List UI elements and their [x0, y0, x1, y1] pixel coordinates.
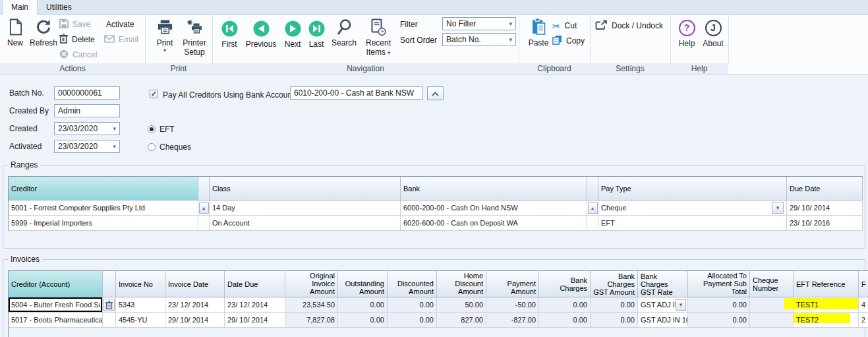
- previous-button[interactable]: Previous: [243, 19, 279, 49]
- invoices-cell-date-due[interactable]: 23/ 12/ 2014: [225, 297, 285, 313]
- invoices-header-payment[interactable]: Payment Amount: [486, 271, 539, 297]
- ranges-cell-class[interactable]: On Account: [210, 216, 401, 231]
- invoices-cell-cheque[interactable]: [750, 297, 794, 313]
- invoices-header-outstanding[interactable]: Outstanding Amount: [338, 271, 388, 297]
- bank-account-expand-button[interactable]: [427, 86, 444, 100]
- search-button[interactable]: Search: [330, 18, 359, 47]
- invoices-cell-home-discount[interactable]: 50.00: [437, 297, 486, 313]
- new-button[interactable]: New: [3, 18, 28, 47]
- invoices-header-home-discount[interactable]: Home Discount Amount: [437, 271, 486, 297]
- invoices-header-invoice-date[interactable]: Invoice Date: [165, 271, 225, 297]
- ranges-header-class[interactable]: Class: [210, 177, 401, 200]
- save-button[interactable]: Save: [59, 18, 90, 31]
- invoices-header-allocated[interactable]: Amount Allocated To Payment Sub Total: [688, 271, 750, 297]
- invoices-header-creditor[interactable]: Creditor (Account): [9, 271, 103, 297]
- ranges-cell-bank[interactable]: 6000-200-00 - Cash On Hand NSW: [401, 200, 587, 216]
- paste-button[interactable]: Paste: [525, 18, 552, 47]
- invoices-header-original[interactable]: Original Invoice Amount: [285, 271, 338, 297]
- invoices-cell-creditor[interactable]: 5017 - Boots Pharmaceutical: [9, 313, 103, 328]
- last-button[interactable]: Last: [305, 19, 328, 49]
- tab-utilities[interactable]: Utilities: [38, 0, 80, 15]
- help-button[interactable]: ? Help: [674, 18, 699, 48]
- invoices-cell-bc-gst-rate[interactable]: GST ADJ IN ▾: [638, 297, 688, 313]
- invoices-header-date-due[interactable]: Date Due: [225, 271, 285, 297]
- invoices-cell-invoice-no[interactable]: 5343: [116, 297, 165, 313]
- pay-type-dropdown-button[interactable]: ▾: [772, 202, 784, 214]
- filter-dropdown[interactable]: No Filter ▾: [442, 17, 516, 30]
- invoices-cell-date-due[interactable]: 29/ 10/ 2014: [225, 313, 285, 328]
- pay-all-creditors-checkbox[interactable]: ✓: [150, 90, 158, 98]
- invoices-cell-cheque[interactable]: [750, 313, 794, 328]
- copy-button[interactable]: Copy: [552, 34, 585, 47]
- cut-button[interactable]: ✂ Cut: [552, 19, 577, 32]
- invoices-cell-bank-charges[interactable]: 0.00: [539, 313, 591, 328]
- invoices-cell-invoice-date[interactable]: 29/ 10/ 2014: [165, 313, 225, 328]
- recent-items-button[interactable]: Recent Items ▾: [361, 18, 395, 57]
- invoices-cell-bc-gst-rate[interactable]: GST ADJ IN 10: [638, 313, 688, 328]
- invoices-header-eft-reference[interactable]: EFT Reference: [794, 271, 859, 297]
- cheques-radio[interactable]: [148, 143, 156, 151]
- invoices-cell-original[interactable]: 23,534.50: [285, 297, 338, 313]
- invoices-cell-home-discount[interactable]: 827.00: [437, 313, 486, 328]
- invoices-header-cheque[interactable]: Cheque Number: [750, 271, 794, 297]
- ranges-header-creditor[interactable]: Creditor: [9, 177, 198, 200]
- dock-undock-button[interactable]: Dock / Undock: [595, 19, 663, 32]
- tab-main[interactable]: Main: [2, 0, 38, 15]
- created-by-field[interactable]: Admin: [54, 104, 120, 117]
- invoices-cell-creditor[interactable]: 5004 - Bulter Fresh Food Sup: [9, 297, 103, 313]
- invoices-cell-eft-reference[interactable]: TEST1: [794, 297, 859, 313]
- delete-button[interactable]: Delete: [59, 33, 95, 46]
- ranges-cell-class[interactable]: 14 Day: [210, 200, 401, 216]
- sort-up-button[interactable]: ▴: [588, 202, 598, 214]
- sort-order-dropdown[interactable]: Batch No. ▾: [442, 33, 516, 46]
- invoices-header-bc-gst-amount[interactable]: Bank Charges GST Amount: [591, 271, 638, 297]
- print-button[interactable]: Print ▾: [152, 18, 178, 53]
- printer-setup-button[interactable]: Printer Setup: [179, 18, 210, 57]
- eft-radio[interactable]: [148, 125, 156, 133]
- invoices-cell-original[interactable]: 7,827.08: [285, 313, 338, 328]
- next-button[interactable]: Next: [281, 19, 304, 49]
- delete-row-button[interactable]: [103, 299, 115, 311]
- invoices-header-spacer: [103, 271, 116, 297]
- ranges-cell-due-date[interactable]: 29/ 10/ 2014: [787, 200, 863, 216]
- ranges-cell-creditor[interactable]: 5001 - Forrest Computer Supplies Pty Ltd: [9, 200, 198, 216]
- cancel-button[interactable]: Cancel: [59, 48, 97, 61]
- about-button[interactable]: J About: [699, 18, 727, 48]
- invoices-cell-outstanding[interactable]: 0.00: [338, 297, 388, 313]
- invoices-cell-eft-reference[interactable]: TEST2: [794, 313, 859, 328]
- invoices-cell-bank-charges[interactable]: 0.00: [539, 297, 591, 313]
- activate-button[interactable]: Activate: [106, 18, 134, 31]
- ranges-header-bank[interactable]: Bank: [401, 177, 587, 200]
- invoices-cell-outstanding[interactable]: 0.00: [338, 313, 388, 328]
- invoices-cell-payment[interactable]: -827.00: [486, 313, 539, 328]
- invoices-cell-discounted[interactable]: 0.00: [388, 297, 437, 313]
- ranges-cell-bank[interactable]: 6020-600-00 - Cash on Deposit WA: [401, 216, 587, 231]
- invoices-header-discounted[interactable]: Discounted Amount: [388, 271, 437, 297]
- gst-rate-dropdown-button[interactable]: ▾: [676, 299, 686, 311]
- batch-no-field[interactable]: 0000000061: [54, 86, 120, 100]
- sort-up-button[interactable]: ▴: [199, 202, 209, 214]
- created-date-picker[interactable]: 23/03/2020 ▾: [54, 122, 120, 135]
- ranges-header-pay-type[interactable]: Pay Type: [598, 177, 787, 200]
- ranges-cell-pay-type[interactable]: Cheque ▾: [598, 200, 787, 216]
- invoices-cell-allocated[interactable]: 0.00: [688, 297, 750, 313]
- invoices-cell-bc-gst-amount[interactable]: 0.00: [591, 313, 638, 328]
- invoices-header-bank-charges[interactable]: Bank Charges: [539, 271, 591, 297]
- bank-account-field[interactable]: 6010-200-00 - Cash at Bank NSW: [290, 86, 423, 100]
- first-button[interactable]: First: [217, 19, 241, 49]
- invoices-cell-invoice-date[interactable]: 23/ 12/ 2014: [165, 297, 225, 313]
- invoices-cell-payment[interactable]: -50.00: [486, 297, 539, 313]
- ranges-cell-due-date[interactable]: 23/ 10/ 2016: [787, 216, 863, 231]
- invoices-cell-discounted[interactable]: 0.00: [388, 313, 437, 328]
- email-button[interactable]: Email: [104, 33, 138, 46]
- ranges-cell-creditor[interactable]: 5999 - Imperial Importers: [9, 216, 198, 231]
- activated-date-picker[interactable]: 23/03/2020 ▾: [54, 140, 120, 153]
- invoices-cell-invoice-no[interactable]: 4545-YU: [116, 313, 165, 328]
- ranges-header-due-date[interactable]: Due Date: [787, 177, 863, 200]
- invoices-cell-allocated[interactable]: 0.00: [688, 313, 750, 328]
- invoices-header-bc-gst-rate[interactable]: Bank Charges GST Rate: [638, 271, 688, 297]
- ranges-cell-pay-type[interactable]: EFT: [598, 216, 787, 231]
- refresh-button[interactable]: Refresh: [28, 18, 59, 47]
- invoices-cell-bc-gst-amount[interactable]: 0.00: [591, 297, 638, 313]
- invoices-header-invoice-no[interactable]: Invoice No: [116, 271, 165, 297]
